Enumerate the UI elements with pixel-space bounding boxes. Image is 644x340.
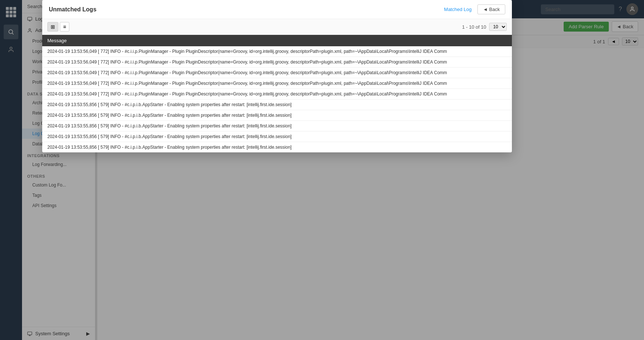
table-cell-message: 2024-01-19 13:53:56,049 [ 772] INFO - #c… [42, 68, 512, 78]
back-icon: ◄ [483, 7, 488, 12]
table-cell-message: 2024-01-19 13:53:56,049 [ 772] INFO - #c… [42, 78, 512, 89]
list-view-btn[interactable]: ≡ [60, 22, 69, 32]
unmatched-logs-modal: Unmatched Logs Matched Log ◄ Back ⊞ ≡ 1 [42, 0, 512, 152]
list-icon: ≡ [63, 24, 66, 30]
log-table-container: Message 2024-01-19 13:53:56,049 [ 772] I… [42, 35, 512, 152]
modal-page-size-select[interactable]: 10 25 50 [489, 23, 507, 31]
table-header-message: Message [42, 35, 512, 46]
table-row[interactable]: 2024-01-19 13:53:56,049 [ 772] INFO - #c… [42, 46, 512, 57]
table-cell-message: 2024-01-19 13:53:56,049 [ 772] INFO - #c… [42, 89, 512, 100]
table-cell-message: 2024-01-19 13:53:55,856 [ 579] INFO - #c… [42, 131, 512, 142]
table-row[interactable]: 2024-01-19 13:53:55,856 [ 579] INFO - #c… [42, 100, 512, 110]
modal-pagination: 1 - 10 of 10 10 25 50 [462, 23, 507, 31]
modal-back-button[interactable]: ◄ Back [477, 4, 505, 14]
table-cell-message: 2024-01-19 13:53:56,049 [ 772] INFO - #c… [42, 46, 512, 57]
table-cell-message: 2024-01-19 13:53:55,856 [ 579] INFO - #c… [42, 121, 512, 131]
matched-log-link[interactable]: Matched Log [444, 7, 472, 12]
table-row[interactable]: 2024-01-19 13:53:55,856 [ 579] INFO - #c… [42, 110, 512, 121]
modal-pagination-range: 1 - 10 of 10 [462, 24, 486, 30]
grid-view-btn[interactable]: ⊞ [47, 22, 58, 32]
modal-header: Unmatched Logs Matched Log ◄ Back [42, 0, 512, 19]
table-row[interactable]: 2024-01-19 13:53:56,049 [ 772] INFO - #c… [42, 89, 512, 100]
table-cell-message: 2024-01-19 13:53:56,049 [ 772] INFO - #c… [42, 57, 512, 68]
modal-toolbar: ⊞ ≡ 1 - 10 of 10 10 25 50 [42, 19, 512, 35]
table-cell-message: 2024-01-19 13:53:55,856 [ 579] INFO - #c… [42, 142, 512, 153]
modal-header-actions: Matched Log ◄ Back [444, 4, 505, 14]
table-row[interactable]: 2024-01-19 13:53:56,049 [ 772] INFO - #c… [42, 78, 512, 89]
table-row[interactable]: 2024-01-19 13:53:55,856 [ 579] INFO - #c… [42, 131, 512, 142]
table-row[interactable]: 2024-01-19 13:53:56,049 [ 772] INFO - #c… [42, 68, 512, 78]
view-toggle: ⊞ ≡ [47, 22, 69, 32]
table-row[interactable]: 2024-01-19 13:53:55,856 [ 579] INFO - #c… [42, 121, 512, 131]
table-cell-message: 2024-01-19 13:53:55,856 [ 579] INFO - #c… [42, 100, 512, 110]
grid-icon: ⊞ [51, 24, 55, 30]
modal-overlay[interactable]: Unmatched Logs Matched Log ◄ Back ⊞ ≡ 1 [0, 0, 644, 340]
table-cell-message: 2024-01-19 13:53:55,856 [ 579] INFO - #c… [42, 110, 512, 121]
table-row[interactable]: 2024-01-19 13:53:55,856 [ 579] INFO - #c… [42, 142, 512, 153]
log-table: Message 2024-01-19 13:53:56,049 [ 772] I… [42, 35, 512, 152]
table-row[interactable]: 2024-01-19 13:53:56,049 [ 772] INFO - #c… [42, 57, 512, 68]
modal-title: Unmatched Logs [49, 6, 97, 13]
